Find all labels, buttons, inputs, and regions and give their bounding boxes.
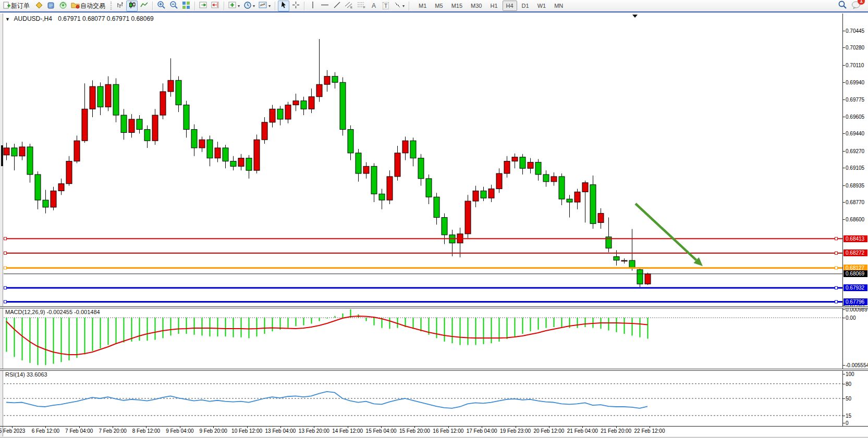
toolbar-separator [409,2,409,10]
chart-title-collapse-icon[interactable]: ▼ [5,17,10,22]
indicators-icon [228,1,237,10]
timeframe-button-H4[interactable]: H4 [503,1,517,11]
search-icon[interactable] [838,0,847,11]
price-tick-mark [842,168,845,168]
line-handle[interactable] [835,286,838,289]
indicators-button[interactable]: ▾ [227,1,241,11]
price-tick-mark [842,47,845,48]
toolbar-separator [224,2,224,10]
candle-body [356,153,361,173]
timeframe-button-M5[interactable]: M5 [431,1,446,11]
candle-body [207,140,213,158]
toolbar-separator [152,2,153,10]
candlestick-chart-button[interactable] [126,1,138,11]
cursor-tool-button[interactable] [278,1,289,11]
line-handle[interactable] [835,267,838,269]
candle-body [465,201,471,234]
trendline-tool-button[interactable] [331,1,343,11]
chart-shift-button[interactable] [210,1,221,11]
line-handle[interactable] [835,301,838,303]
candle-body [43,200,48,207]
toolbar-grip [111,2,112,10]
price-line-badge: 0.68069 [843,270,867,277]
cursor-icon [280,1,287,10]
notifications-button[interactable]: 1 [851,1,861,11]
timeframe-button-M15[interactable]: M15 [448,1,466,11]
bar-chart-button[interactable] [114,1,126,11]
new-order-button[interactable]: 新订单 [2,1,33,11]
line-handle[interactable] [4,237,7,240]
time-axis-label: 13 Feb 20:00 [299,428,329,434]
timeframe-button-W1[interactable]: W1 [534,1,550,11]
time-axis-label: 15 Feb 04:00 [366,428,397,434]
equidistant-channel-icon: E [345,1,353,10]
candle-body [629,260,635,268]
candle-body [535,162,541,174]
text-tool-button[interactable]: A [368,1,380,11]
vertical-line-icon [310,1,316,10]
line-handle[interactable] [4,267,7,269]
horizontal-line-tool-button[interactable] [319,1,331,11]
timeframe-button-M1[interactable]: M1 [415,1,430,11]
candle-body [598,214,604,223]
rsi-indicator-label: RSI(14) 33.6063 [5,371,47,378]
candle-body [426,179,432,197]
line-handle[interactable] [4,252,7,254]
zoom-out-button[interactable] [168,1,180,11]
vertical-line-tool-button[interactable] [307,1,319,11]
candle-body [66,161,72,183]
annotation-arrow-shaft[interactable] [635,204,696,260]
line-chart-button[interactable] [138,1,150,11]
signals-button[interactable] [57,1,69,11]
time-axis-label: 20 Feb 12:00 [533,428,564,434]
periods-button[interactable]: ▾ [242,1,256,11]
line-handle[interactable] [835,252,838,254]
arrows-tool-button[interactable]: ▾ [392,1,406,11]
time-axis-label: 21 Feb 04:00 [567,428,598,434]
text-label-tool-button[interactable]: T [380,1,392,11]
autotrade-button[interactable]: 自动交易 [69,1,108,11]
channel-tool-button[interactable]: E [343,1,355,11]
crosshair-tool-button[interactable] [290,1,301,11]
tile-windows-button[interactable] [180,1,192,11]
rsi-tick-label: 50 [846,396,851,402]
rsi-pane-splitter[interactable] [0,369,868,371]
macd-pane-splitter[interactable] [0,306,868,308]
chart-shift-marker[interactable] [632,15,638,18]
candle-body [332,76,338,82]
candle-body [614,257,619,260]
candle-body [191,130,197,148]
gold-chart-icon [35,1,43,11]
candle-body [324,76,330,84]
dropdown-caret-icon: ▾ [268,4,271,8]
market-watch-button[interactable] [33,1,45,11]
candle-body [496,173,502,189]
time-axis-label: 22 Feb 12:00 [634,428,665,434]
profiles-button[interactable] [45,1,57,11]
candle-body [395,153,400,177]
templates-button[interactable]: ▾ [257,1,272,11]
candle-body [488,189,494,198]
timeframe-button-M30[interactable]: M30 [467,1,485,11]
chart-canvas[interactable] [0,0,868,438]
timeframe-button-H1[interactable]: H1 [486,1,501,11]
time-axis-label: 7 Feb 04:00 [65,428,93,434]
price-line-badge: 0.67796 [843,298,867,305]
candle-body [473,191,479,201]
price-tick-label: 0.69775 [846,96,864,102]
timeframe-button-D1[interactable]: D1 [518,1,533,11]
candle-body [645,274,651,284]
line-handle[interactable] [4,286,7,289]
price-tick-label: 0.70280 [846,45,864,51]
zoom-in-button[interactable] [155,1,167,11]
fibonacci-tool-button[interactable]: F [356,1,368,11]
candle-body [582,183,588,192]
auto-scroll-button[interactable] [198,1,209,11]
line-handle[interactable] [835,237,838,240]
rsi-tick-label: 0 [846,420,849,426]
price-tick-mark [842,219,845,220]
timeframe-button-MN[interactable]: MN [551,1,567,11]
candle-body [262,122,267,140]
rsi-tick-mark [842,423,845,423]
line-handle[interactable] [4,301,7,303]
